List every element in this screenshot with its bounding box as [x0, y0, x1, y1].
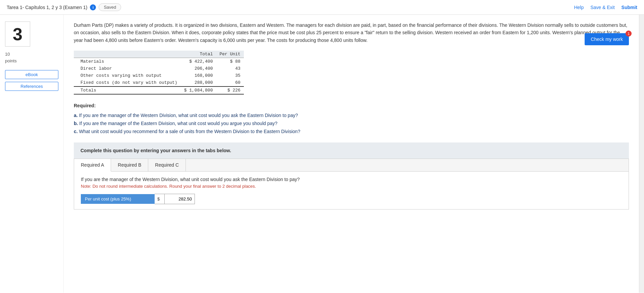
row-unit-materials: $ 88: [216, 58, 244, 65]
row-total-materials: $ 422,400: [181, 58, 216, 65]
table-row: Direct labor 206,400 43: [74, 65, 244, 72]
required-item-c: c. What unit cost would you recommend fo…: [74, 128, 629, 136]
table-row: Materials $ 422,400 $ 88: [74, 58, 244, 65]
points-value: 10: [5, 52, 58, 57]
row-label-other: Other costs varying with output: [74, 72, 181, 79]
req-letter-a: a.: [74, 113, 78, 118]
req-letter-c: c.: [74, 129, 78, 134]
row-total-other: 168,000: [181, 72, 216, 79]
req-letter-b: b.: [74, 121, 78, 126]
table-row: Other costs varying with output 168,000 …: [74, 72, 244, 79]
answer-row: Per unit cost (plus 25%) $: [81, 194, 622, 204]
nav-left: Tarea 1- Capítulos 1, 2 y 3 (Examen 1) i…: [7, 3, 121, 11]
points-label: points: [5, 58, 58, 63]
row-unit-other: 35: [216, 72, 244, 79]
req-text-b: If you are the manager of the Eastern Di…: [79, 121, 277, 126]
currency-symbol: $: [155, 194, 165, 204]
required-item-b: b. If you are the manager of the Eastern…: [74, 120, 629, 128]
row-total-labor: 206,400: [181, 65, 216, 72]
table-row: Fixed costs (do not vary with output) 28…: [74, 79, 244, 86]
col-header-per-unit: Per Unit: [216, 51, 244, 58]
save-exit-link[interactable]: Save & Exit: [590, 5, 614, 10]
references-button[interactable]: References: [5, 82, 58, 91]
tabs-bar: Required A Required B Required C: [74, 159, 629, 172]
question-number: 3: [13, 25, 22, 43]
tab-required-b[interactable]: Required B: [111, 159, 148, 171]
tab-required-c[interactable]: Required C: [148, 159, 186, 171]
left-sidebar: 3 10 points eBook References: [0, 15, 64, 293]
check-my-work-button[interactable]: Check my work 1: [585, 33, 629, 45]
row-label-materials: Materials: [74, 58, 181, 65]
tab-required-a[interactable]: Required A: [74, 159, 111, 172]
answer-input[interactable]: [165, 194, 195, 204]
tab-a-content: If you are the manager of the Western Di…: [74, 172, 629, 209]
required-items: a. If you are the manager of the Western…: [74, 112, 629, 135]
row-total-fixed: 288,000: [181, 79, 216, 86]
badge-count: 1: [626, 31, 632, 37]
row-label-labor: Direct labor: [74, 65, 181, 72]
problem-text: Durham Parts (DP) makes a variety of pro…: [74, 21, 629, 44]
top-navigation: Tarea 1- Capítulos 1, 2 y 3 (Examen 1) i…: [0, 0, 644, 15]
info-icon[interactable]: i: [90, 4, 96, 10]
help-link[interactable]: Help: [574, 5, 584, 10]
check-work-area: Check my work 1: [585, 33, 629, 45]
complete-box-text: Complete this question by entering your …: [80, 148, 231, 153]
row-unit-labor: 43: [216, 65, 244, 72]
tab-a-note: Note: Do not round intermediate calculat…: [81, 184, 622, 189]
col-header-total: Total: [181, 51, 216, 58]
totals-label: Totals: [74, 86, 181, 94]
scroll-bar[interactable]: [639, 15, 644, 293]
req-text-a: If you are the manager of the Western Di…: [79, 113, 298, 118]
nav-right: Help Save & Exit Submit: [574, 5, 637, 10]
complete-question-box: Complete this question by entering your …: [74, 142, 629, 159]
required-item-a: a. If you are the manager of the Western…: [74, 112, 629, 120]
submit-button[interactable]: Submit: [622, 5, 637, 10]
saved-badge: Saved: [99, 3, 121, 11]
tabs-container: Required A Required B Required C If you …: [74, 159, 629, 210]
req-text-c: What unit cost would you recommend for a…: [79, 129, 301, 134]
totals-total: $ 1,084,800: [181, 86, 216, 94]
page-title: Tarea 1- Capítulos 1, 2 y 3 (Examen 1): [7, 5, 87, 10]
required-header: Required:: [74, 103, 629, 108]
cost-table: Total Per Unit Materials $ 422,400 $ 88 …: [74, 51, 244, 95]
content-area: Check my work 1 Durham Parts (DP) makes …: [64, 15, 639, 293]
row-label-fixed: Fixed costs (do not vary with output): [74, 79, 181, 86]
col-header-label: [74, 51, 181, 58]
answer-label: Per unit cost (plus 25%): [81, 194, 155, 204]
main-layout: 3 10 points eBook References Check my wo…: [0, 15, 644, 293]
ebook-button[interactable]: eBook: [5, 70, 58, 79]
row-unit-fixed: 60: [216, 79, 244, 86]
totals-per-unit: $ 226: [216, 86, 244, 94]
question-number-box: 3: [5, 21, 30, 47]
tab-a-question: If you are the manager of the Western Di…: [81, 177, 622, 182]
table-row-totals: Totals $ 1,084,800 $ 226: [74, 86, 244, 94]
